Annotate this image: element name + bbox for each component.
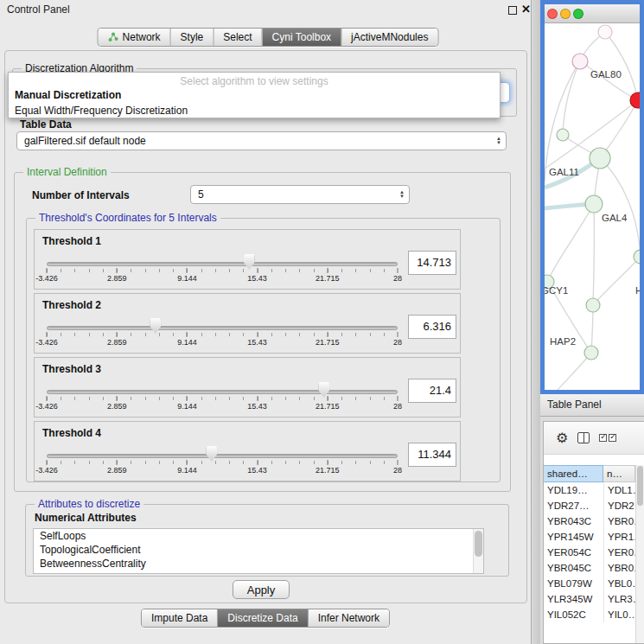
network-node[interactable]: [572, 54, 588, 69]
threshold-label: Threshold 2: [42, 299, 101, 311]
tick-label: 2.859: [107, 402, 127, 411]
node-label-hap2: HAP2: [550, 336, 576, 347]
tick-label: 28: [393, 466, 402, 475]
network-edge-thick[interactable]: [545, 204, 590, 208]
node-label-gal11: GAL11: [549, 167, 579, 177]
close-traffic-light[interactable]: [547, 9, 558, 19]
close-icon[interactable]: ✕: [521, 3, 531, 16]
network-edge[interactable]: [547, 204, 594, 282]
tick-label: -3.426: [35, 274, 58, 283]
network-node[interactable]: [557, 129, 569, 141]
slider-track[interactable]: [47, 326, 398, 330]
slider-thumb[interactable]: [206, 446, 217, 462]
slider-minor-ticks: [47, 269, 398, 272]
table-row[interactable]: YDL19…YDL1…: [544, 482, 635, 498]
tab-infer-network[interactable]: Infer Network: [308, 609, 389, 627]
threshold-coordinates-group: Threshold's Coordinates for 5 Intervals …: [26, 218, 501, 482]
network-edge[interactable]: [563, 61, 580, 135]
tab-impute-data[interactable]: Impute Data: [142, 609, 217, 627]
numerical-attributes-label: Numerical Attributes: [35, 512, 137, 524]
slider-thumb[interactable]: [244, 254, 255, 270]
table-row[interactable]: YIL052CYIL0…: [544, 607, 635, 622]
slider-minor-ticks: [47, 461, 398, 464]
threshold-slider[interactable]: -3.426 2.859 9.144 15.43 21.715 28: [47, 386, 398, 415]
network-edge[interactable]: [593, 257, 640, 305]
column-header-shared[interactable]: shared…: [544, 465, 603, 482]
numerical-attributes-list: SelfLoops TopologicalCoefficient Between…: [33, 528, 484, 574]
network-edge[interactable]: [545, 61, 580, 182]
select-columns-icon[interactable]: ✓ ✓: [599, 434, 616, 442]
network-edge[interactable]: [593, 204, 594, 305]
network-node[interactable]: [585, 195, 603, 213]
apply-button[interactable]: Apply: [233, 580, 290, 599]
network-edge[interactable]: [580, 61, 638, 100]
table-row[interactable]: YBR043CYBR0…: [544, 513, 635, 529]
slider-track[interactable]: [47, 454, 398, 458]
tick-label: 15.43: [247, 466, 267, 475]
table-header-row: shared… n…: [544, 465, 635, 482]
network-node[interactable]: [584, 346, 598, 360]
threshold-panel-4: Threshold 4 -3.426 2.859 9.144 15.43 21.…: [34, 421, 461, 481]
network-node[interactable]: [590, 148, 610, 169]
network-edge[interactable]: [600, 158, 640, 257]
list-scrollbar[interactable]: [473, 529, 483, 573]
columns-icon[interactable]: [577, 432, 590, 443]
table-row[interactable]: YBL079WYBL0…: [544, 576, 635, 591]
table-scrollbar[interactable]: [635, 465, 644, 643]
list-item[interactable]: TopologicalCoefficient: [34, 543, 483, 557]
threshold-value-field[interactable]: 6.316: [408, 315, 456, 339]
tab-cyni-toolbox[interactable]: Cyni Toolbox: [262, 29, 341, 46]
spinner-arrows-icon[interactable]: ▲▼: [399, 190, 405, 199]
tick-label: 21.715: [316, 338, 340, 347]
threshold-label: Threshold 4: [42, 427, 101, 439]
number-of-intervals-combobox[interactable]: 5 ▲▼: [190, 185, 410, 204]
threshold-slider[interactable]: -3.426 2.859 9.144 15.43 21.715 28: [47, 322, 398, 351]
column-header-name[interactable]: n…: [603, 465, 635, 482]
network-icon: [108, 32, 119, 42]
network-canvas[interactable]: GAL80 GAL11 GAL4 GCY1 HAP2 H: [545, 23, 640, 390]
threshold-slider[interactable]: -3.426 2.859 9.144 15.43 21.715 28: [47, 258, 398, 287]
list-item[interactable]: BetweennessCentrality: [34, 557, 483, 571]
threshold-slider[interactable]: -3.426 2.859 9.144 15.43 21.715 28: [47, 450, 398, 479]
slider-thumb[interactable]: [150, 318, 161, 334]
table-data-combobox[interactable]: galFiltered.sif default node ▲▼: [16, 131, 507, 150]
table-row[interactable]: YPR145WYPR1…: [544, 529, 635, 545]
gear-icon[interactable]: ⚙: [556, 431, 568, 445]
tab-jactivemodules[interactable]: jActiveMNodules: [341, 29, 437, 46]
tab-discretize-data[interactable]: Discretize Data: [217, 609, 307, 627]
threshold-value-field[interactable]: 14.713: [408, 251, 456, 275]
network-node[interactable]: [598, 25, 612, 39]
threshold-value-field[interactable]: 11.344: [408, 443, 456, 467]
dropdown-option-manual-discretization[interactable]: Manual Discretization: [9, 87, 500, 103]
table-row[interactable]: YLR345WYLR3…: [544, 591, 635, 607]
float-window-icon[interactable]: [508, 6, 517, 15]
list-item[interactable]: SelfLoops: [34, 529, 483, 543]
table-row[interactable]: YDR27…YDR2…: [544, 498, 635, 513]
node-label-partial: H: [635, 285, 640, 296]
tab-network[interactable]: Network: [99, 29, 170, 46]
tab-select[interactable]: Select: [213, 29, 261, 46]
network-node[interactable]: [586, 298, 600, 312]
table-data-label: Table Data: [20, 118, 72, 131]
table-data-value: galFiltered.sif default node: [24, 135, 146, 147]
node-label-gal80: GAL80: [590, 69, 622, 80]
minimize-traffic-light[interactable]: [560, 9, 571, 19]
scrollbar-thumb[interactable]: [637, 466, 643, 506]
slider-track[interactable]: [47, 390, 398, 394]
tab-style[interactable]: Style: [170, 29, 214, 46]
network-window-titlebar[interactable]: [545, 4, 640, 23]
tick-label: 15.43: [247, 402, 267, 411]
spinner-arrows-icon[interactable]: ▲▼: [496, 137, 501, 145]
tick-label: 21.715: [316, 466, 340, 475]
table-row[interactable]: YBR045CYBR0…: [544, 560, 635, 576]
zoom-traffic-light[interactable]: [573, 9, 583, 19]
panel-divider[interactable]: [532, 0, 540, 644]
scrollbar-thumb[interactable]: [475, 531, 482, 557]
slider-track[interactable]: [47, 262, 398, 266]
table-row[interactable]: YER054CYER0…: [544, 545, 635, 560]
network-node[interactable]: [634, 250, 640, 264]
network-edge[interactable]: [558, 353, 591, 390]
tick-label: 28: [393, 274, 402, 283]
threshold-value-field[interactable]: 21.4: [408, 379, 456, 403]
dropdown-option-equal-width-frequency[interactable]: Equal Width/Frequency Discretization: [9, 103, 500, 118]
